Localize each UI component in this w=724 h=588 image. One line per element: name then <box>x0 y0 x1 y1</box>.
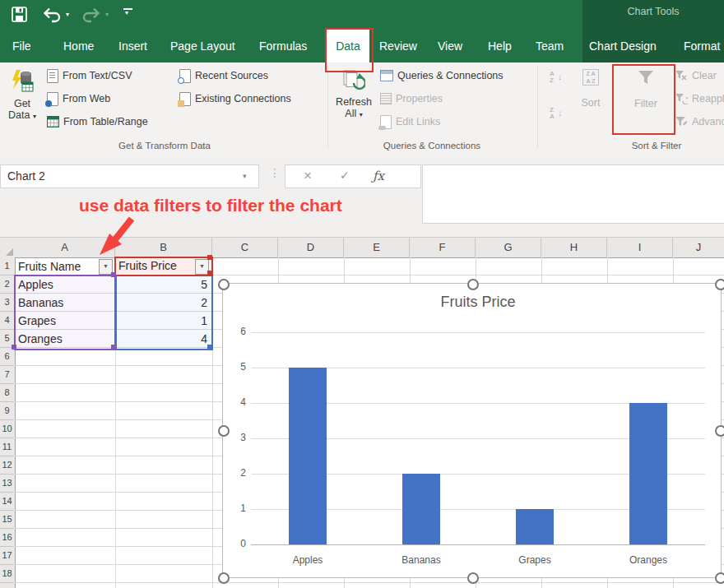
row-header-19[interactable]: 19 <box>0 583 14 588</box>
tab-review[interactable]: Review <box>379 33 417 63</box>
chart-selection-handle[interactable] <box>715 572 724 584</box>
col-header-C[interactable]: C <box>212 238 278 258</box>
chart-selection-handle[interactable] <box>467 279 479 290</box>
range-handle[interactable] <box>207 345 212 350</box>
row-header-column: 12345678910111213141516171819 <box>0 257 16 588</box>
chart-bar-Bananas[interactable] <box>402 474 440 544</box>
from-table-range-button[interactable]: From Table/Range <box>47 113 148 131</box>
cell-B5[interactable]: 4 <box>115 330 207 348</box>
refresh-all-button[interactable]: Refresh All ▾ <box>333 69 374 119</box>
tab-team[interactable]: Team <box>536 33 564 63</box>
col-header-G[interactable]: G <box>476 238 541 258</box>
undo-dropdown-icon[interactable]: ▾ <box>66 11 69 18</box>
chart-object[interactable]: Fruits Price 0123456ApplesBananasGrapesO… <box>222 283 722 578</box>
row-header-11[interactable]: 11 <box>0 438 14 456</box>
annotation-arrow-icon <box>95 215 140 258</box>
row-header-1[interactable]: 1 <box>0 257 14 275</box>
tab-file[interactable]: File <box>12 33 31 63</box>
undo-icon[interactable] <box>41 7 63 23</box>
chart-title[interactable]: Fruits Price <box>251 294 705 311</box>
row-header-9[interactable]: 9 <box>0 402 14 420</box>
tab-data-selected[interactable]: Data <box>327 30 369 63</box>
cell-A3[interactable]: Bananas <box>18 294 96 312</box>
row-header-18[interactable]: 18 <box>0 565 14 583</box>
redo-icon <box>81 7 102 23</box>
tab-view[interactable]: View <box>438 33 462 63</box>
row-header-6[interactable]: 6 <box>0 348 14 366</box>
from-text-csv-button[interactable]: From Text/CSV <box>47 67 132 85</box>
row-header-16[interactable]: 16 <box>0 529 14 547</box>
chart-selection-handle[interactable] <box>715 425 724 437</box>
formula-bar-drag-dots-icon[interactable]: ⋮ <box>269 166 281 179</box>
get-data-button[interactable]: Get Data ▾ <box>3 69 41 121</box>
existing-connections-button[interactable]: Existing Connections <box>179 90 291 108</box>
cell-A1[interactable]: Fruits Name <box>18 257 96 275</box>
tab-page-layout[interactable]: Page Layout <box>170 33 235 63</box>
advanced-filter-button: Advanced <box>675 113 724 131</box>
row-header-17[interactable]: 17 <box>0 547 14 565</box>
range-handle[interactable] <box>111 345 116 350</box>
tab-insert[interactable]: Insert <box>118 33 147 63</box>
clear-filter-icon <box>675 70 688 81</box>
row-header-15[interactable]: 15 <box>0 511 14 529</box>
cell-B2[interactable]: 5 <box>115 275 207 294</box>
chart-bar-Oranges[interactable] <box>629 403 667 544</box>
chart-ytick-4: 4 <box>225 396 246 408</box>
tab-formulas[interactable]: Formulas <box>259 33 307 63</box>
row-header-8[interactable]: 8 <box>0 384 14 402</box>
recent-sources-button[interactable]: Recent Sources <box>179 67 268 85</box>
col-header-H[interactable]: H <box>541 238 607 258</box>
sort-descending-button: ZA↓ <box>550 107 568 122</box>
chart-bar-Grapes[interactable] <box>516 509 554 544</box>
row-header-4[interactable]: 4 <box>0 312 14 330</box>
recent-sources-icon <box>179 69 191 83</box>
select-all-button[interactable] <box>0 238 16 258</box>
name-box-dropdown-icon[interactable]: ▾ <box>243 172 247 180</box>
get-data-icon <box>10 69 35 95</box>
cell-A4[interactable]: Grapes <box>18 312 96 330</box>
qat-customize-chevron-icon[interactable]: ▾ <box>125 9 128 16</box>
range-handle[interactable] <box>12 345 16 350</box>
col-header-I[interactable]: I <box>607 238 673 258</box>
chart-selection-handle[interactable] <box>218 572 230 584</box>
insert-function-icon[interactable]: ƒx <box>373 169 384 183</box>
col-header-J[interactable]: J <box>673 238 724 258</box>
col-header-D[interactable]: D <box>278 238 344 258</box>
chart-selection-handle[interactable] <box>218 425 230 437</box>
range-handle[interactable] <box>111 272 116 277</box>
range-handle[interactable] <box>207 271 212 275</box>
chart-selection-handle[interactable] <box>218 279 230 290</box>
cell-A5[interactable]: Oranges <box>18 330 96 348</box>
chart-category-label-Grapes: Grapes <box>478 554 592 566</box>
chart-selection-handle[interactable] <box>467 572 479 584</box>
queries-connections-label: Queries & Connections <box>397 70 504 81</box>
cell-A2[interactable]: Apples <box>18 275 96 294</box>
tab-help[interactable]: Help <box>488 33 512 63</box>
col-header-F[interactable]: F <box>410 238 476 258</box>
tab-home[interactable]: Home <box>63 33 94 63</box>
edit-links-button: Edit Links <box>380 113 440 131</box>
row-header-7[interactable]: 7 <box>0 366 14 384</box>
row-header-14[interactable]: 14 <box>0 493 14 511</box>
queries-connections-button[interactable]: Queries & Connections <box>380 67 504 85</box>
row-header-10[interactable]: 10 <box>0 420 14 438</box>
row-header-13[interactable]: 13 <box>0 475 14 493</box>
row-header-3[interactable]: 3 <box>0 294 14 312</box>
tab-format[interactable]: Format <box>684 33 720 63</box>
row-header-12[interactable]: 12 <box>0 456 14 475</box>
row-header-2[interactable]: 2 <box>0 275 14 294</box>
title-bar: Chart Tools ▾ ▾ ▾ File Home Insert Page … <box>0 0 724 63</box>
refresh-all-icon <box>342 69 365 94</box>
col-header-E[interactable]: E <box>344 238 410 258</box>
cell-B3[interactable]: 2 <box>115 294 207 312</box>
chart-bar-Apples[interactable] <box>289 368 327 544</box>
cell-B4[interactable]: 1 <box>115 312 207 330</box>
chart-selection-handle[interactable] <box>715 279 724 290</box>
range-handle[interactable] <box>207 255 212 260</box>
save-icon[interactable] <box>11 7 29 23</box>
from-web-button[interactable]: From Web <box>47 90 110 108</box>
sort-label: Sort <box>573 97 608 109</box>
name-box[interactable]: Chart 2 ▾ <box>0 164 259 188</box>
formula-input[interactable] <box>422 164 724 224</box>
tab-chart-design[interactable]: Chart Design <box>589 33 657 63</box>
